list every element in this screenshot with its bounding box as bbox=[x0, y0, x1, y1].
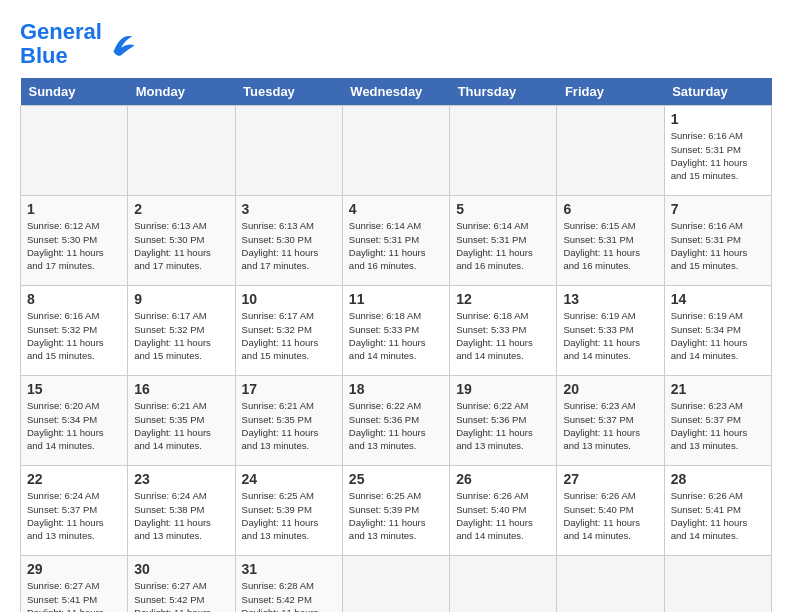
calendar-cell: 12Sunrise: 6:18 AMSunset: 5:33 PMDayligh… bbox=[450, 286, 557, 376]
calendar-cell: 7Sunrise: 6:16 AMSunset: 5:31 PMDaylight… bbox=[664, 196, 771, 286]
calendar-week-row: 8Sunrise: 6:16 AMSunset: 5:32 PMDaylight… bbox=[21, 286, 772, 376]
calendar-cell: 17Sunrise: 6:21 AMSunset: 5:35 PMDayligh… bbox=[235, 376, 342, 466]
day-info: Sunrise: 6:17 AMSunset: 5:32 PMDaylight:… bbox=[242, 309, 336, 362]
calendar-week-row: 1Sunrise: 6:16 AMSunset: 5:31 PMDaylight… bbox=[21, 106, 772, 196]
day-number: 31 bbox=[242, 561, 336, 577]
logo-text: General bbox=[20, 20, 102, 44]
day-number: 4 bbox=[349, 201, 443, 217]
calendar-cell: 21Sunrise: 6:23 AMSunset: 5:37 PMDayligh… bbox=[664, 376, 771, 466]
day-info: Sunrise: 6:26 AMSunset: 5:41 PMDaylight:… bbox=[671, 489, 765, 542]
day-number: 14 bbox=[671, 291, 765, 307]
calendar-cell: 22Sunrise: 6:24 AMSunset: 5:37 PMDayligh… bbox=[21, 466, 128, 556]
day-number: 11 bbox=[349, 291, 443, 307]
calendar-cell: 19Sunrise: 6:22 AMSunset: 5:36 PMDayligh… bbox=[450, 376, 557, 466]
day-number: 23 bbox=[134, 471, 228, 487]
day-info: Sunrise: 6:21 AMSunset: 5:35 PMDaylight:… bbox=[134, 399, 228, 452]
day-number: 10 bbox=[242, 291, 336, 307]
column-header-saturday: Saturday bbox=[664, 78, 771, 106]
day-info: Sunrise: 6:22 AMSunset: 5:36 PMDaylight:… bbox=[349, 399, 443, 452]
day-number: 27 bbox=[563, 471, 657, 487]
calendar-cell bbox=[342, 556, 449, 612]
calendar-cell bbox=[450, 106, 557, 196]
calendar-header-row: SundayMondayTuesdayWednesdayThursdayFrid… bbox=[21, 78, 772, 106]
calendar-cell bbox=[557, 106, 664, 196]
day-info: Sunrise: 6:22 AMSunset: 5:36 PMDaylight:… bbox=[456, 399, 550, 452]
day-info: Sunrise: 6:14 AMSunset: 5:31 PMDaylight:… bbox=[456, 219, 550, 272]
day-number: 1 bbox=[27, 201, 121, 217]
calendar-cell: 3Sunrise: 6:13 AMSunset: 5:30 PMDaylight… bbox=[235, 196, 342, 286]
column-header-monday: Monday bbox=[128, 78, 235, 106]
day-number: 8 bbox=[27, 291, 121, 307]
day-number: 1 bbox=[671, 111, 765, 127]
calendar-cell: 31Sunrise: 6:28 AMSunset: 5:42 PMDayligh… bbox=[235, 556, 342, 612]
calendar-cell: 13Sunrise: 6:19 AMSunset: 5:33 PMDayligh… bbox=[557, 286, 664, 376]
day-info: Sunrise: 6:17 AMSunset: 5:32 PMDaylight:… bbox=[134, 309, 228, 362]
day-info: Sunrise: 6:16 AMSunset: 5:32 PMDaylight:… bbox=[27, 309, 121, 362]
calendar-cell bbox=[235, 106, 342, 196]
calendar-cell: 26Sunrise: 6:26 AMSunset: 5:40 PMDayligh… bbox=[450, 466, 557, 556]
calendar-week-row: 29Sunrise: 6:27 AMSunset: 5:41 PMDayligh… bbox=[21, 556, 772, 612]
day-number: 9 bbox=[134, 291, 228, 307]
calendar-cell: 30Sunrise: 6:27 AMSunset: 5:42 PMDayligh… bbox=[128, 556, 235, 612]
calendar-cell: 5Sunrise: 6:14 AMSunset: 5:31 PMDaylight… bbox=[450, 196, 557, 286]
calendar-cell: 16Sunrise: 6:21 AMSunset: 5:35 PMDayligh… bbox=[128, 376, 235, 466]
day-number: 20 bbox=[563, 381, 657, 397]
day-info: Sunrise: 6:27 AMSunset: 5:41 PMDaylight:… bbox=[27, 579, 121, 612]
calendar-cell bbox=[664, 556, 771, 612]
day-number: 12 bbox=[456, 291, 550, 307]
column-header-wednesday: Wednesday bbox=[342, 78, 449, 106]
day-info: Sunrise: 6:16 AMSunset: 5:31 PMDaylight:… bbox=[671, 219, 765, 272]
day-number: 28 bbox=[671, 471, 765, 487]
day-info: Sunrise: 6:13 AMSunset: 5:30 PMDaylight:… bbox=[134, 219, 228, 272]
day-info: Sunrise: 6:25 AMSunset: 5:39 PMDaylight:… bbox=[349, 489, 443, 542]
day-info: Sunrise: 6:18 AMSunset: 5:33 PMDaylight:… bbox=[349, 309, 443, 362]
page-header: General Blue bbox=[20, 20, 772, 68]
day-info: Sunrise: 6:18 AMSunset: 5:33 PMDaylight:… bbox=[456, 309, 550, 362]
calendar-week-row: 15Sunrise: 6:20 AMSunset: 5:34 PMDayligh… bbox=[21, 376, 772, 466]
day-info: Sunrise: 6:12 AMSunset: 5:30 PMDaylight:… bbox=[27, 219, 121, 272]
calendar-cell bbox=[557, 556, 664, 612]
calendar-cell: 10Sunrise: 6:17 AMSunset: 5:32 PMDayligh… bbox=[235, 286, 342, 376]
calendar-cell: 28Sunrise: 6:26 AMSunset: 5:41 PMDayligh… bbox=[664, 466, 771, 556]
column-header-thursday: Thursday bbox=[450, 78, 557, 106]
day-info: Sunrise: 6:19 AMSunset: 5:34 PMDaylight:… bbox=[671, 309, 765, 362]
logo-blue: Blue bbox=[20, 44, 102, 68]
day-number: 26 bbox=[456, 471, 550, 487]
day-number: 3 bbox=[242, 201, 336, 217]
day-info: Sunrise: 6:24 AMSunset: 5:38 PMDaylight:… bbox=[134, 489, 228, 542]
column-header-friday: Friday bbox=[557, 78, 664, 106]
calendar-cell: 8Sunrise: 6:16 AMSunset: 5:32 PMDaylight… bbox=[21, 286, 128, 376]
calendar-cell: 4Sunrise: 6:14 AMSunset: 5:31 PMDaylight… bbox=[342, 196, 449, 286]
day-number: 21 bbox=[671, 381, 765, 397]
day-info: Sunrise: 6:26 AMSunset: 5:40 PMDaylight:… bbox=[456, 489, 550, 542]
logo: General Blue bbox=[20, 20, 136, 68]
column-header-tuesday: Tuesday bbox=[235, 78, 342, 106]
calendar-cell bbox=[21, 106, 128, 196]
logo-bird-icon bbox=[106, 29, 136, 59]
calendar-cell bbox=[450, 556, 557, 612]
day-number: 16 bbox=[134, 381, 228, 397]
day-info: Sunrise: 6:21 AMSunset: 5:35 PMDaylight:… bbox=[242, 399, 336, 452]
calendar-cell: 18Sunrise: 6:22 AMSunset: 5:36 PMDayligh… bbox=[342, 376, 449, 466]
calendar-cell: 29Sunrise: 6:27 AMSunset: 5:41 PMDayligh… bbox=[21, 556, 128, 612]
day-number: 17 bbox=[242, 381, 336, 397]
day-number: 15 bbox=[27, 381, 121, 397]
day-number: 22 bbox=[27, 471, 121, 487]
day-number: 5 bbox=[456, 201, 550, 217]
day-number: 2 bbox=[134, 201, 228, 217]
calendar-cell: 15Sunrise: 6:20 AMSunset: 5:34 PMDayligh… bbox=[21, 376, 128, 466]
calendar-cell: 14Sunrise: 6:19 AMSunset: 5:34 PMDayligh… bbox=[664, 286, 771, 376]
calendar-cell: 6Sunrise: 6:15 AMSunset: 5:31 PMDaylight… bbox=[557, 196, 664, 286]
calendar-cell: 23Sunrise: 6:24 AMSunset: 5:38 PMDayligh… bbox=[128, 466, 235, 556]
calendar-cell bbox=[128, 106, 235, 196]
calendar-cell: 2Sunrise: 6:13 AMSunset: 5:30 PMDaylight… bbox=[128, 196, 235, 286]
day-info: Sunrise: 6:24 AMSunset: 5:37 PMDaylight:… bbox=[27, 489, 121, 542]
day-info: Sunrise: 6:27 AMSunset: 5:42 PMDaylight:… bbox=[134, 579, 228, 612]
day-info: Sunrise: 6:13 AMSunset: 5:30 PMDaylight:… bbox=[242, 219, 336, 272]
logo-general: General bbox=[20, 19, 102, 44]
column-header-sunday: Sunday bbox=[21, 78, 128, 106]
calendar-cell: 24Sunrise: 6:25 AMSunset: 5:39 PMDayligh… bbox=[235, 466, 342, 556]
calendar-cell: 11Sunrise: 6:18 AMSunset: 5:33 PMDayligh… bbox=[342, 286, 449, 376]
day-info: Sunrise: 6:20 AMSunset: 5:34 PMDaylight:… bbox=[27, 399, 121, 452]
calendar-cell: 1Sunrise: 6:12 AMSunset: 5:30 PMDaylight… bbox=[21, 196, 128, 286]
